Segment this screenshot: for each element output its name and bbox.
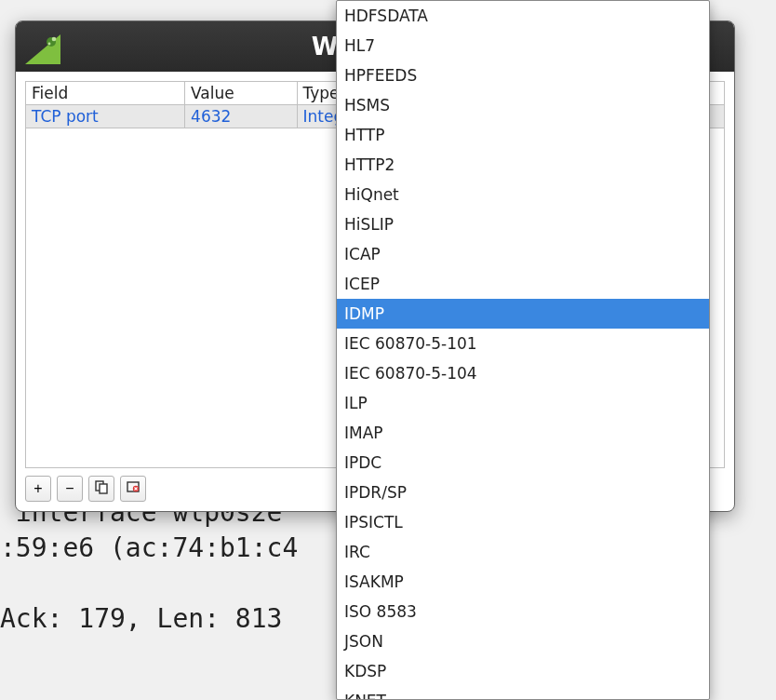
- dropdown-item[interactable]: IEC 60870-5-104: [337, 358, 709, 388]
- cell-field[interactable]: TCP port: [26, 105, 185, 128]
- clear-button[interactable]: [120, 476, 146, 502]
- copy-icon: [94, 479, 109, 498]
- column-header-field[interactable]: Field: [26, 82, 185, 105]
- add-row-button[interactable]: +: [25, 476, 51, 502]
- dropdown-item[interactable]: HSMS: [337, 90, 709, 120]
- wireshark-icon: [23, 27, 62, 66]
- dropdown-item[interactable]: HTTP2: [337, 150, 709, 180]
- column-header-value[interactable]: Value: [185, 82, 297, 105]
- dropdown-item[interactable]: IRC: [337, 537, 709, 567]
- remove-row-button[interactable]: −: [57, 476, 83, 502]
- dropdown-item[interactable]: ICEP: [337, 269, 709, 299]
- protocol-dropdown-list[interactable]: HDFSDATA HL7 HPFEEDS HSMS HTTP HTTP2 HiQ…: [336, 0, 710, 700]
- dropdown-item[interactable]: KDSP: [337, 656, 709, 686]
- dropdown-item[interactable]: HTTP: [337, 120, 709, 150]
- svg-rect-5: [100, 484, 107, 493]
- dropdown-item[interactable]: IMAP: [337, 418, 709, 448]
- svg-point-2: [52, 37, 57, 42]
- dropdown-item[interactable]: IPDC: [337, 448, 709, 478]
- dropdown-item[interactable]: JSON: [337, 626, 709, 656]
- dropdown-item[interactable]: IPDR/SP: [337, 478, 709, 507]
- dropdown-item[interactable]: HL7: [337, 31, 709, 61]
- dropdown-item[interactable]: HiQnet: [337, 180, 709, 209]
- dropdown-item-selected[interactable]: IDMP: [337, 299, 709, 329]
- dropdown-item[interactable]: IEC 60870-5-101: [337, 329, 709, 358]
- dropdown-item[interactable]: ISO 8583: [337, 597, 709, 626]
- svg-point-3: [48, 43, 51, 46]
- dropdown-item[interactable]: KNET: [337, 686, 709, 700]
- cell-value[interactable]: 4632: [185, 105, 297, 128]
- plus-icon: +: [33, 480, 42, 497]
- dropdown-item[interactable]: ISAKMP: [337, 567, 709, 597]
- dropdown-item[interactable]: HDFSDATA: [337, 1, 709, 31]
- dropdown-item[interactable]: HiSLIP: [337, 209, 709, 239]
- dropdown-item[interactable]: ICAP: [337, 239, 709, 269]
- copy-row-button[interactable]: [88, 476, 114, 502]
- dropdown-item[interactable]: IPSICTL: [337, 507, 709, 537]
- dropdown-item[interactable]: ILP: [337, 388, 709, 418]
- dropdown-item[interactable]: HPFEEDS: [337, 61, 709, 90]
- minus-icon: −: [65, 480, 74, 497]
- clear-icon: [126, 479, 140, 498]
